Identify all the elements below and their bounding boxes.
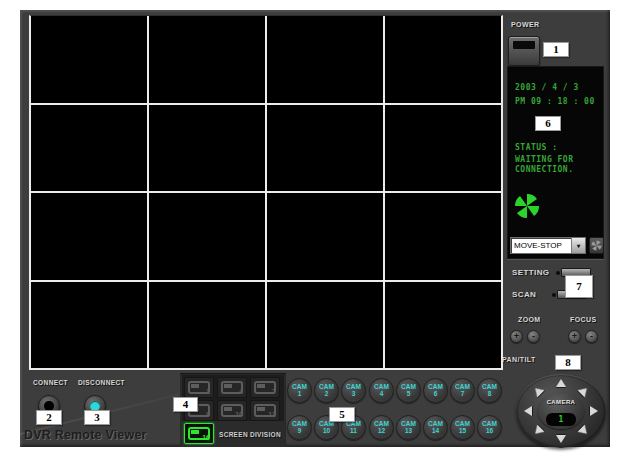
activity-pinwheel-icon [514, 193, 540, 219]
status-message-line2: CONNECTION. [515, 165, 573, 174]
chevron-down-icon[interactable]: ▼ [571, 238, 585, 253]
callout-display: 6 [535, 116, 561, 131]
video-grid [29, 15, 503, 370]
video-cell[interactable] [385, 105, 501, 192]
camera-hub-label: CAMERA [538, 399, 584, 405]
status-label: STATUS : [515, 143, 558, 152]
focus-in-button[interactable]: + [568, 330, 581, 343]
pan-up-arrow-icon [556, 379, 566, 387]
cam-6-button[interactable]: CAM6 [423, 378, 448, 403]
cam-8-button[interactable]: CAM8 [477, 378, 502, 403]
division-13-button[interactable]: 13 [250, 400, 280, 421]
date-text: 2003 / 4 / 3 [515, 83, 579, 92]
cam-7-button[interactable]: CAM7 [450, 378, 475, 403]
cam-16-button[interactable]: CAM16 [477, 415, 502, 440]
pan-up-button[interactable] [553, 375, 569, 391]
division-1-button[interactable]: 1 [184, 377, 214, 398]
division-7-button[interactable]: 7 [250, 377, 280, 398]
disconnect-label: DISCONNECT [78, 379, 125, 386]
division-4-button[interactable]: 4 [217, 377, 247, 398]
callout-disconnect: 3 [84, 410, 110, 425]
pan-tilt-wheel: CAMERA 1 [516, 374, 606, 448]
video-cell[interactable] [31, 16, 147, 103]
pan-down-arrow-icon [556, 435, 566, 443]
move-select-value: MOVE-STOP [511, 238, 571, 253]
video-cell[interactable] [385, 16, 501, 103]
scan-indicator-dot [552, 293, 556, 297]
division-10-button[interactable]: 10 [217, 400, 247, 421]
pan-down-button[interactable] [553, 431, 569, 447]
callout-division: 4 [173, 397, 198, 412]
power-label: POWER [511, 21, 539, 28]
pan-up-right-arrow-icon [578, 385, 591, 398]
pan-up-left-arrow-icon [532, 385, 545, 398]
cam-2-button[interactable]: CAM2 [314, 378, 339, 403]
video-cell[interactable] [267, 105, 383, 192]
screen-division-label: SCREEN DIVISION [219, 431, 281, 438]
screenshot-canvas: POWER 1 2003 / 4 / 3 PM 09 : 18 : 00 STA… [0, 0, 625, 464]
callout-setting-scan: 7 [565, 275, 593, 298]
zoom-label: ZOOM [518, 316, 541, 323]
dvr-remote-viewer-window: POWER 1 2003 / 4 / 3 PM 09 : 18 : 00 STA… [20, 10, 610, 447]
setting-indicator-dot [556, 271, 560, 275]
division-16-button[interactable]: 16 [184, 423, 214, 444]
video-cell[interactable] [31, 282, 147, 369]
focus-label: FOCUS [570, 316, 597, 323]
connect-label: CONNECT [33, 379, 68, 386]
status-message-line1: WAITING FOR [515, 155, 573, 164]
focus-out-button[interactable]: - [585, 330, 598, 343]
setting-label: SETTING [512, 268, 549, 277]
cam-3-button[interactable]: CAM3 [341, 378, 366, 403]
cam-12-button[interactable]: CAM12 [369, 415, 394, 440]
move-select[interactable]: MOVE-STOP ▼ [510, 237, 586, 254]
status-display: 2003 / 4 / 3 PM 09 : 18 : 00 STATUS : WA… [507, 66, 604, 259]
power-button[interactable] [508, 36, 540, 66]
video-cell[interactable] [267, 282, 383, 369]
callout-connect: 2 [36, 410, 62, 425]
video-cell[interactable] [31, 193, 147, 280]
pan-left-button[interactable] [520, 403, 536, 419]
video-cell[interactable] [267, 193, 383, 280]
video-cell[interactable] [385, 282, 501, 369]
camera-number-readout: 1 [546, 413, 576, 426]
video-cell[interactable] [149, 193, 265, 280]
cam-9-button[interactable]: CAM9 [287, 415, 312, 440]
pinwheel-icon [591, 240, 602, 251]
pan-left-arrow-icon [524, 406, 532, 416]
pan-right-arrow-icon [590, 406, 598, 416]
app-logo: DVR Remote Viewer [24, 428, 147, 442]
cam-15-button[interactable]: CAM15 [450, 415, 475, 440]
scan-label: SCAN [512, 290, 536, 299]
cam-13-button[interactable]: CAM13 [396, 415, 421, 440]
pan-tilt-label: PAN/TILT [502, 356, 536, 363]
video-cell[interactable] [31, 105, 147, 192]
cam-1-button[interactable]: CAM1 [287, 378, 312, 403]
pan-down-left-arrow-icon [532, 425, 545, 438]
zoom-in-button[interactable]: + [510, 330, 523, 343]
video-cell[interactable] [385, 193, 501, 280]
callout-cameras: 5 [329, 407, 355, 422]
cam-5-button[interactable]: CAM5 [396, 378, 421, 403]
move-apply-button[interactable] [589, 237, 604, 254]
video-cell[interactable] [149, 16, 265, 103]
time-text: PM 09 : 18 : 00 [515, 97, 595, 106]
callout-power: 1 [543, 42, 569, 57]
video-cell[interactable] [149, 105, 265, 192]
cam-14-button[interactable]: CAM14 [423, 415, 448, 440]
video-cell[interactable] [149, 282, 265, 369]
pan-tilt-hub: CAMERA 1 [538, 393, 584, 429]
cam-4-button[interactable]: CAM4 [369, 378, 394, 403]
callout-pan-tilt: 8 [555, 355, 581, 370]
pan-down-right-arrow-icon [578, 425, 591, 438]
pan-right-button[interactable] [586, 403, 602, 419]
video-cell[interactable] [267, 16, 383, 103]
zoom-out-button[interactable]: - [527, 330, 540, 343]
